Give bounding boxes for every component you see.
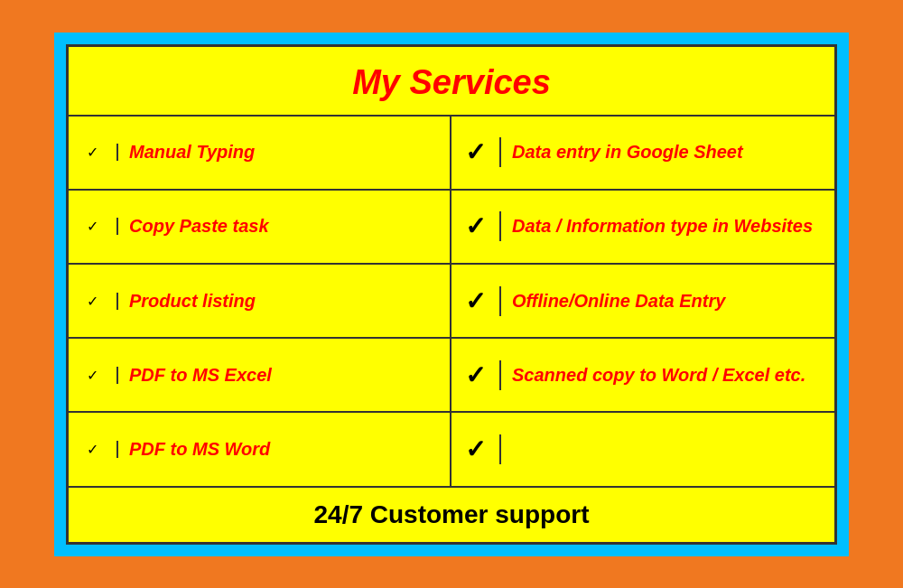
left-service-cell-4: PDF to MS Word bbox=[118, 434, 450, 465]
table-row: ✓ Copy Paste task ✓ Data / Information t… bbox=[69, 191, 834, 265]
left-section-0: ✓ Manual Typing bbox=[69, 117, 452, 189]
right-service-label-2: Offline/Online Data Entry bbox=[512, 291, 725, 312]
right-section-1: ✓ Data / Information type in Websites bbox=[452, 191, 834, 263]
right-check-4: ✓ bbox=[452, 434, 501, 464]
left-service-cell-2: Product listing bbox=[118, 285, 450, 317]
left-section-3: ✓ PDF to MS Excel bbox=[69, 339, 452, 411]
table-row: ✓ Product listing ✓ Offline/Online Data … bbox=[69, 265, 834, 339]
right-service-cell-0: Data entry in Google Sheet bbox=[501, 136, 834, 168]
left-service-cell-3: PDF to MS Excel bbox=[118, 359, 450, 391]
left-check-1: ✓ bbox=[69, 218, 118, 235]
right-service-cell-4 bbox=[501, 443, 834, 454]
table-row: ✓ Manual Typing ✓ Data entry in Google S… bbox=[69, 117, 834, 191]
right-section-3: ✓ Scanned copy to Word / Excel etc. bbox=[452, 339, 834, 411]
right-service-label-0: Data entry in Google Sheet bbox=[512, 142, 743, 163]
right-check-1: ✓ bbox=[452, 211, 501, 241]
right-service-label-1: Data / Information type in Websites bbox=[512, 216, 813, 237]
right-check-3: ✓ bbox=[452, 360, 501, 390]
left-service-cell-0: Manual Typing bbox=[118, 136, 450, 168]
left-check-0: ✓ bbox=[69, 144, 118, 161]
left-service-label-0: Manual Typing bbox=[129, 142, 255, 163]
right-section-4: ✓ bbox=[452, 413, 834, 485]
left-service-label-4: PDF to MS Word bbox=[129, 439, 270, 460]
left-check-4: ✓ bbox=[69, 441, 118, 458]
right-check-0: ✓ bbox=[452, 137, 501, 167]
table-row: ✓ PDF to MS Word ✓ bbox=[69, 413, 834, 485]
left-section-2: ✓ Product listing bbox=[69, 265, 452, 337]
left-section-4: ✓ PDF to MS Word bbox=[69, 413, 452, 485]
title-row: My Services bbox=[69, 47, 834, 117]
right-service-cell-2: Offline/Online Data Entry bbox=[501, 285, 834, 317]
outer-border: My Services ✓ Manual Typing ✓ Data entry… bbox=[54, 33, 849, 556]
right-service-cell-1: Data / Information type in Websites bbox=[501, 210, 834, 242]
page-title: My Services bbox=[352, 63, 551, 101]
right-service-label-3: Scanned copy to Word / Excel etc. bbox=[512, 365, 805, 386]
left-service-cell-1: Copy Paste task bbox=[118, 210, 450, 242]
footer-row: 24/7 Customer support bbox=[69, 486, 834, 542]
left-service-label-1: Copy Paste task bbox=[129, 216, 269, 237]
right-check-2: ✓ bbox=[452, 286, 501, 316]
footer-text: 24/7 Customer support bbox=[314, 500, 590, 528]
left-service-label-2: Product listing bbox=[129, 291, 256, 312]
inner-container: My Services ✓ Manual Typing ✓ Data entry… bbox=[66, 44, 837, 545]
right-section-2: ✓ Offline/Online Data Entry bbox=[452, 265, 834, 337]
right-section-0: ✓ Data entry in Google Sheet bbox=[452, 117, 834, 189]
right-service-cell-3: Scanned copy to Word / Excel etc. bbox=[501, 359, 834, 391]
table-row: ✓ PDF to MS Excel ✓ Scanned copy to Word… bbox=[69, 339, 834, 413]
left-section-1: ✓ Copy Paste task bbox=[69, 191, 452, 263]
left-check-2: ✓ bbox=[69, 293, 118, 310]
left-service-label-3: PDF to MS Excel bbox=[129, 365, 272, 386]
left-check-3: ✓ bbox=[69, 367, 118, 384]
services-table: ✓ Manual Typing ✓ Data entry in Google S… bbox=[69, 117, 834, 486]
